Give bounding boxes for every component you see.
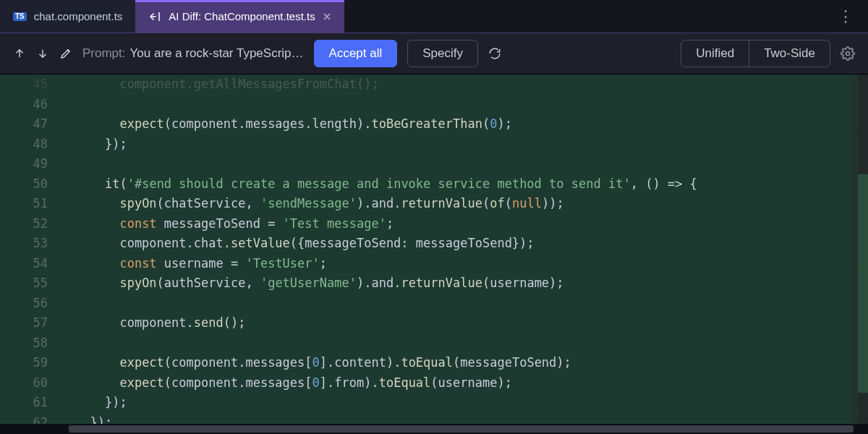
line-number: 55 <box>0 273 58 294</box>
code-content: component.send(); <box>68 313 868 333</box>
code-line[interactable]: 57 component.send(); <box>0 313 868 333</box>
specify-button[interactable]: Specify <box>407 40 478 67</box>
code-content: }); <box>68 393 868 413</box>
line-number: 45 <box>0 75 58 95</box>
code-content: spyOn(authService, 'getUserName').and.re… <box>68 273 868 294</box>
line-number: 56 <box>0 294 58 314</box>
line-number: 62 <box>0 413 58 425</box>
code-line[interactable]: 55 spyOn(authService, 'getUserName').and… <box>0 273 868 294</box>
code-line[interactable]: 52 const messageToSend = 'Test message'; <box>0 214 868 234</box>
code-content: }); <box>68 135 868 155</box>
line-number: 53 <box>0 234 58 254</box>
tab-ai-diff[interactable]: AI Diff: ChatComponent.test.ts <box>135 0 344 33</box>
refresh-icon[interactable] <box>488 47 501 60</box>
code-content: }); <box>68 413 868 425</box>
code-line[interactable]: 47 expect(component.messages.length).toB… <box>0 114 868 135</box>
ai-diff-icon <box>148 10 161 23</box>
tab-chat-component[interactable]: TS chat.component.ts <box>0 0 135 33</box>
code-content: spyOn(chatService, 'sendMessage').and.re… <box>68 194 868 214</box>
accept-all-button[interactable]: Accept all <box>314 40 398 67</box>
tab-label: AI Diff: ChatComponent.test.ts <box>169 10 315 22</box>
code-content: component.chat.setValue({messageToSend: … <box>68 234 868 254</box>
code-content <box>68 154 868 174</box>
code-content: component.getAllMessagesFromChat(); <box>68 75 868 95</box>
code-line[interactable]: 60 expect(component.messages[0].from).to… <box>0 373 868 393</box>
code-line[interactable]: 51 spyOn(chatService, 'sendMessage').and… <box>0 194 868 214</box>
svg-point-0 <box>846 52 850 56</box>
line-number: 50 <box>0 174 58 195</box>
code-content <box>68 333 868 354</box>
line-number: 57 <box>0 313 58 333</box>
code-line[interactable]: 62 }); <box>0 413 868 425</box>
close-icon[interactable] <box>323 12 331 21</box>
prompt-text: You are a rock-star TypeScrip… <box>130 46 304 61</box>
code-line[interactable]: 58 <box>0 333 868 354</box>
arrow-up-icon[interactable] <box>13 47 26 60</box>
code-line[interactable]: 45 component.getAllMessagesFromChat(); <box>0 75 868 95</box>
prompt-label: Prompt: <box>82 46 126 61</box>
code-line[interactable]: 56 <box>0 294 868 314</box>
code-line[interactable]: 49 <box>0 154 868 174</box>
prompt-display[interactable]: Prompt: You are a rock-star TypeScrip… <box>82 46 304 61</box>
gear-icon[interactable] <box>841 46 855 61</box>
arrow-down-icon[interactable] <box>36 47 49 60</box>
tab-bar: TS chat.component.ts AI Diff: ChatCompon… <box>0 0 868 33</box>
typescript-badge-icon: TS <box>13 12 27 21</box>
line-number: 46 <box>0 95 58 115</box>
code-line[interactable]: 61 }); <box>0 393 868 413</box>
line-number: 58 <box>0 333 58 354</box>
code-line[interactable]: 53 component.chat.setValue({messageToSen… <box>0 234 868 254</box>
code-content: expect(component.messages[0].content).to… <box>68 353 868 373</box>
line-number: 52 <box>0 214 58 234</box>
line-number: 61 <box>0 393 58 413</box>
code-line[interactable]: 46 <box>0 95 868 115</box>
code-content: const username = 'TestUser'; <box>68 254 868 274</box>
code-line[interactable]: 48 }); <box>0 135 868 155</box>
edit-icon[interactable] <box>59 47 72 60</box>
code-content: const messageToSend = 'Test message'; <box>68 214 868 234</box>
scrollbar-thumb[interactable] <box>69 425 854 433</box>
more-options-icon[interactable]: ⋮ <box>832 7 859 26</box>
line-number: 49 <box>0 154 58 174</box>
code-line[interactable]: 54 const username = 'TestUser'; <box>0 254 868 274</box>
code-line[interactable]: 59 expect(component.messages[0].content)… <box>0 353 868 373</box>
line-number: 48 <box>0 135 58 155</box>
line-number: 59 <box>0 353 58 373</box>
code-content: expect(component.messages.length).toBeGr… <box>68 114 868 135</box>
minimap[interactable] <box>851 75 868 424</box>
line-number: 60 <box>0 373 58 393</box>
line-number: 54 <box>0 254 58 274</box>
unified-toggle[interactable]: Unified <box>681 41 749 67</box>
two-side-toggle[interactable]: Two-Side <box>749 41 830 67</box>
code-line[interactable]: 50 it('#send should create a message and… <box>0 174 868 195</box>
code-content: it('#send should create a message and in… <box>68 174 868 195</box>
line-number: 47 <box>0 114 58 135</box>
diff-view-toggle: Unified Two-Side <box>681 40 830 67</box>
horizontal-scrollbar[interactable] <box>0 424 868 434</box>
tab-label: chat.component.ts <box>34 10 123 22</box>
code-editor[interactable]: 45 component.getAllMessagesFromChat();46… <box>0 75 868 424</box>
code-content <box>68 294 868 314</box>
code-content: expect(component.messages[0].from).toEqu… <box>68 373 868 393</box>
line-number: 51 <box>0 194 58 214</box>
diff-toolbar: Prompt: You are a rock-star TypeScrip… A… <box>0 33 868 75</box>
code-content <box>68 95 868 115</box>
